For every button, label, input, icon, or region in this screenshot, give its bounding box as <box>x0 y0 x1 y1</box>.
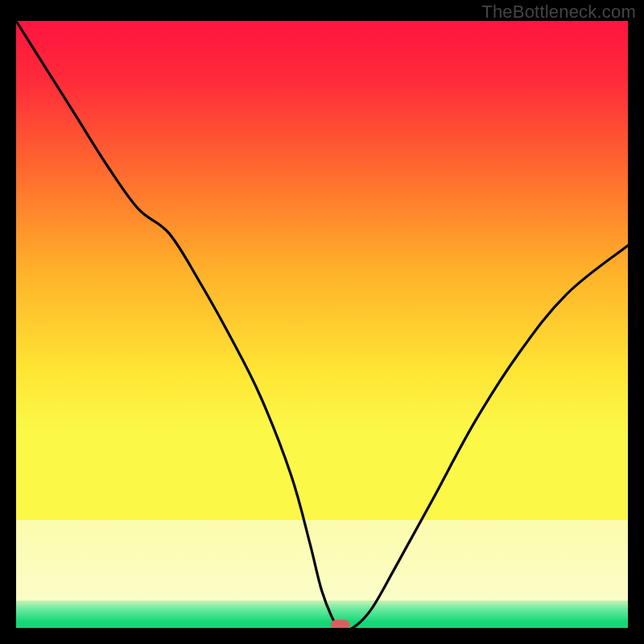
bottleneck-chart <box>0 0 644 644</box>
green-edge <box>16 621 628 628</box>
watermark-text: TheBottleneck.com <box>481 2 636 23</box>
frame-left <box>0 0 16 644</box>
gradient-body <box>16 21 628 520</box>
chart-frame: TheBottleneck.com <box>0 0 644 644</box>
green-band <box>16 601 628 621</box>
frame-bottom <box>0 628 644 644</box>
frame-right <box>628 0 644 644</box>
plot-area <box>16 21 628 628</box>
